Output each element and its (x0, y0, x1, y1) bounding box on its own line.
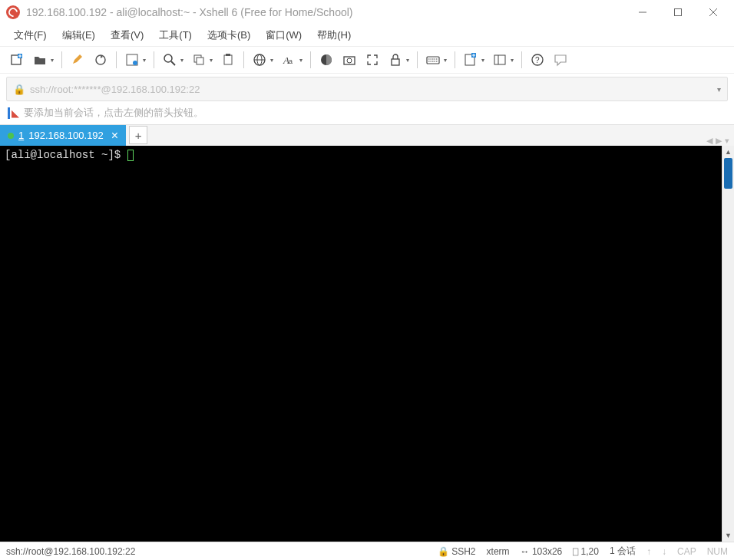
separator (455, 51, 455, 68)
tab-menu-icon[interactable]: ▾ (725, 136, 729, 146)
separator (521, 51, 522, 68)
hint-bar: ◣ 要添加当前会话，点击左侧的箭头按钮。 (0, 101, 734, 124)
menu-tabs[interactable]: 选项卡(B) (203, 27, 255, 44)
screenshot-icon[interactable] (339, 49, 360, 71)
vertical-scrollbar[interactable]: ▲ ▼ (722, 146, 734, 542)
paste-icon[interactable] (217, 49, 239, 71)
app-icon (6, 5, 20, 19)
scroll-thumb[interactable] (724, 158, 732, 189)
dropdown-icon[interactable]: ▾ (511, 57, 517, 64)
status-caps: CAP (677, 546, 696, 557)
dropdown-icon[interactable]: ▾ (444, 57, 450, 64)
status-connection: ssh://root@192.168.100.192:22 (6, 546, 135, 557)
menu-bar: 文件(F) 编辑(E) 查看(V) 工具(T) 选项卡(B) 窗口(W) 帮助(… (0, 25, 734, 46)
window-title: 192.168.100.192 - ali@localhost:~ - Xshe… (26, 6, 625, 18)
svg-rect-14 (197, 58, 203, 64)
open-icon[interactable] (29, 49, 51, 71)
toolbar: ▾ ▾ ▾ ▾ ▾ Aa ▾ ▾ ▾ ▾ ▾ ? (0, 46, 734, 74)
color-scheme-icon[interactable] (316, 49, 337, 71)
arrow-up-icon: ↑ (646, 546, 651, 557)
sidebar-icon[interactable] (489, 49, 511, 71)
help-icon[interactable]: ? (527, 49, 548, 71)
menu-tools[interactable]: 工具(T) (154, 27, 197, 44)
separator (154, 51, 154, 68)
new-session-icon[interactable] (6, 49, 28, 71)
svg-point-10 (133, 61, 137, 65)
svg-text:a: a (289, 58, 293, 65)
svg-point-11 (164, 54, 172, 62)
lock-icon: 🔒 (13, 84, 25, 95)
address-bar[interactable]: 🔒 ssh://root:*******@192.168.100.192:22 … (6, 77, 728, 101)
status-size: 103x26 (532, 546, 562, 557)
status-bar: ssh://root@192.168.100.192:22 🔒 SSH2 xte… (0, 542, 734, 560)
separator (417, 51, 418, 68)
separator (243, 51, 244, 68)
svg-rect-26 (427, 57, 439, 64)
menu-window[interactable]: 窗口(W) (261, 27, 306, 44)
menu-help[interactable]: 帮助(H) (312, 27, 355, 44)
hint-text: 要添加当前会话，点击左侧的箭头按钮。 (24, 106, 203, 120)
edit-icon[interactable] (67, 49, 88, 71)
dropdown-icon[interactable]: ▾ (270, 57, 276, 64)
connected-indicator-icon (8, 133, 14, 139)
maximize-button[interactable] (660, 1, 696, 24)
lock-icon[interactable] (385, 49, 406, 71)
close-button[interactable] (696, 1, 731, 24)
fullscreen-icon[interactable] (362, 49, 383, 71)
dropdown-icon[interactable]: ▾ (481, 57, 488, 64)
terminal[interactable]: [ali@localhost ~]$ (0, 146, 722, 542)
svg-rect-15 (224, 55, 232, 64)
tab-nav: ◀ ▶ ▾ (706, 136, 734, 146)
menu-edit[interactable]: 编辑(E) (58, 27, 100, 44)
status-protocol: SSH2 (451, 546, 475, 557)
close-tab-icon[interactable]: × (111, 129, 118, 143)
terminal-area: [ali@localhost ~]$ ▲ ▼ (0, 146, 734, 542)
menu-view[interactable]: 查看(V) (106, 27, 148, 44)
status-sessions: 1 会话 (610, 545, 636, 558)
scroll-down-icon[interactable]: ▼ (722, 529, 734, 542)
dropdown-icon[interactable]: ▾ (210, 57, 216, 64)
copy-icon[interactable] (188, 49, 210, 71)
dropdown-icon[interactable]: ▾ (180, 57, 187, 64)
menu-file[interactable]: 文件(F) (9, 27, 51, 44)
properties-icon[interactable] (121, 49, 143, 71)
svg-rect-1 (675, 9, 682, 16)
separator (310, 51, 311, 68)
globe-icon[interactable] (249, 49, 270, 71)
search-icon[interactable] (159, 49, 180, 71)
arrow-down-icon: ↓ (662, 546, 666, 557)
svg-point-24 (347, 58, 352, 63)
address-text: ssh://root:*******@192.168.100.192:22 (30, 84, 200, 95)
bookmark-flag-icon[interactable]: ◣ (8, 107, 19, 119)
svg-line-12 (171, 61, 175, 65)
ssh-lock-icon: 🔒 (438, 546, 449, 557)
tab-strip: 1 192.168.100.192 × + ◀ ▶ ▾ (0, 124, 734, 146)
add-tab-button[interactable]: + (129, 126, 147, 144)
svg-rect-25 (392, 59, 399, 65)
font-icon[interactable]: Aa (278, 49, 299, 71)
session-tab[interactable]: 1 192.168.100.192 × (0, 125, 126, 146)
tab-next-icon[interactable]: ▶ (716, 136, 722, 146)
reconnect-icon[interactable] (90, 49, 111, 71)
svg-rect-33 (494, 55, 505, 64)
cursor (127, 150, 134, 161)
tab-prev-icon[interactable]: ◀ (706, 136, 713, 146)
prompt: [ali@localhost ~]$ (5, 149, 127, 161)
status-term-type: xterm (487, 546, 510, 557)
dropdown-arrow-icon[interactable]: ▾ (717, 85, 721, 94)
new-file-transfer-icon[interactable] (460, 49, 481, 71)
minimize-button[interactable] (625, 1, 660, 24)
tab-label: 192.168.100.192 (28, 130, 104, 141)
status-rows: 1,20 (581, 546, 599, 557)
keyboard-icon[interactable] (422, 49, 444, 71)
title-bar: 192.168.100.192 - ali@localhost:~ - Xshe… (0, 0, 734, 25)
separator (116, 51, 117, 68)
dropdown-icon[interactable]: ▾ (143, 57, 149, 64)
dropdown-icon[interactable]: ▾ (299, 57, 306, 64)
dropdown-icon[interactable]: ▾ (406, 57, 412, 64)
scroll-up-icon[interactable]: ▲ (722, 146, 734, 158)
comment-icon[interactable] (550, 49, 571, 71)
dropdown-icon[interactable]: ▾ (51, 57, 57, 64)
separator (61, 51, 62, 68)
status-num: NUM (707, 546, 728, 557)
